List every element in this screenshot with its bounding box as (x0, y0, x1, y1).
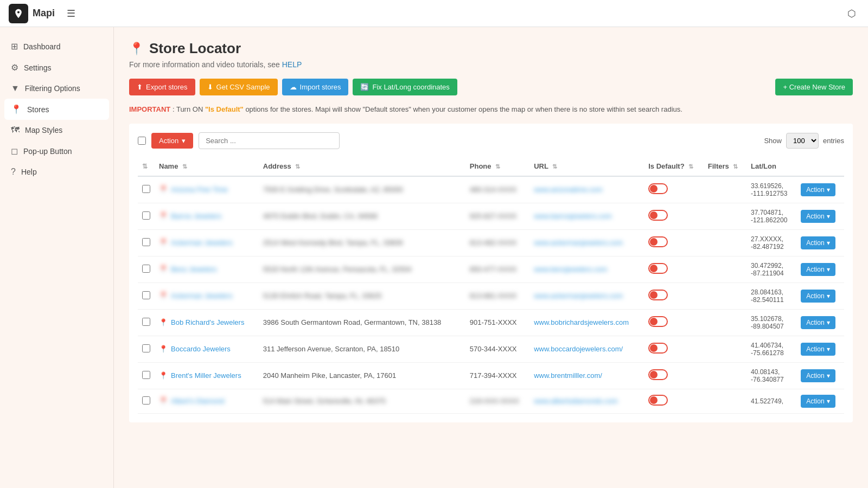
row-action-button-1[interactable]: Action ▾ (801, 210, 835, 223)
get-csv-button[interactable]: ⬇ Get CSV Sample (200, 79, 278, 95)
row-toggle-5[interactable] (648, 316, 668, 327)
row-action-cell-8: Action ▾ (796, 389, 844, 413)
row-isdefault-8[interactable] (644, 389, 704, 413)
search-input[interactable] (199, 132, 340, 149)
row-toggle-7[interactable] (648, 369, 668, 380)
row-filters-1 (704, 203, 746, 229)
top-nav: Mapi ☰ ⬡ (0, 0, 868, 27)
import-label: Import stores (300, 83, 341, 91)
sidebar-item-label: Pop-up Button (23, 147, 72, 156)
notice-message: : Turn ON (173, 105, 205, 113)
row-toggle-3[interactable] (648, 263, 668, 274)
row-checkbox-7[interactable] (142, 371, 150, 379)
row-toggle-6[interactable] (648, 343, 668, 354)
row-name-4: 📍 Ackerman Jewelers (155, 282, 259, 309)
help-link[interactable]: HELP (282, 60, 302, 69)
row-latlon-3: 30.472992,-87.211904 (746, 256, 796, 282)
row-isdefault-6[interactable] (644, 336, 704, 362)
row-action-button-5[interactable]: Action ▾ (801, 316, 835, 329)
row-isdefault-5[interactable] (644, 309, 704, 336)
row-checkbox-6[interactable] (142, 344, 150, 352)
row-name-8: 📍 Albert's Diamond (155, 389, 259, 413)
row-action-button-3[interactable]: Action ▾ (801, 263, 835, 276)
row-action-arrow-2: ▾ (827, 239, 830, 247)
row-checkbox-2[interactable] (142, 238, 150, 246)
row-action-cell-3: Action ▾ (796, 256, 844, 282)
row-isdefault-4[interactable] (644, 282, 704, 309)
row-latlon-0: 33.619526,-111.912753 (746, 176, 796, 203)
row-address-5: 3986 South Germantown Road, Germantown, … (259, 309, 465, 336)
row-checkbox-0[interactable] (142, 185, 150, 193)
row-action-button-8[interactable]: Action ▾ (801, 395, 835, 408)
row-filters-0 (704, 176, 746, 203)
row-address-4: 5130 Ehrlich Road, Tampa, FL, 33625 (259, 282, 465, 309)
row-toggle-4[interactable] (648, 290, 668, 300)
row-checkbox-1[interactable] (142, 211, 150, 220)
row-action-arrow-7: ▾ (827, 372, 830, 380)
sidebar-item-popup[interactable]: ◻ Pop-up Button (0, 140, 113, 162)
export-stores-button[interactable]: ⬆ Export stores (129, 79, 195, 95)
row-action-button-0[interactable]: Action ▾ (801, 183, 835, 196)
th-action (796, 157, 844, 176)
row-action-arrow-0: ▾ (827, 186, 830, 194)
sidebar-item-map-styles[interactable]: 🗺 Map Styles (0, 120, 113, 140)
table-row: 📍 Ackerman Jewelers 5130 Ehrlich Road, T… (138, 282, 844, 309)
important-text: IMPORTANT (129, 105, 170, 113)
row-phone-6: 570-344-XXXX (465, 336, 529, 362)
row-toggle-2[interactable] (648, 236, 668, 247)
top-nav-left: Mapi ☰ (9, 4, 79, 23)
row-isdefault-0[interactable] (644, 176, 704, 203)
row-latlon-1: 37.704871,-121.862200 (746, 203, 796, 229)
filters-sort-icon: ⇅ (733, 163, 738, 170)
import-stores-button[interactable]: ☁ Import stores (282, 79, 349, 95)
row-latlon-7: 40.08143,-76.340877 (746, 362, 796, 389)
row-action-button-2[interactable]: Action ▾ (801, 236, 835, 249)
fix-icon: 🔄 (360, 83, 369, 91)
sidebar-item-stores[interactable]: 📍 Stores (4, 99, 109, 120)
sidebar-item-help[interactable]: ? Help (0, 162, 113, 182)
row-isdefault-1[interactable] (644, 203, 704, 229)
row-filters-3 (704, 256, 746, 282)
row-toggle-8[interactable] (648, 395, 668, 406)
row-checkbox-8[interactable] (142, 396, 150, 404)
nav-icon-button[interactable]: ⬡ (844, 4, 859, 23)
row-url-7: www.brentmilller.com/ (529, 362, 644, 389)
th-filters: Filters ⇅ (704, 157, 746, 176)
row-checkbox-4[interactable] (142, 291, 150, 299)
sidebar-item-label: Settings (24, 63, 52, 72)
hamburger-button[interactable]: ☰ (63, 4, 79, 23)
select-all-checkbox[interactable] (138, 137, 146, 145)
row-checkbox-5[interactable] (142, 318, 150, 326)
sidebar-item-filtering[interactable]: ▼ Filtering Options (0, 78, 113, 99)
row-name-text-1: Barros Jewelers (171, 212, 221, 220)
row-isdefault-2[interactable] (644, 229, 704, 256)
row-action-button-6[interactable]: Action ▾ (801, 343, 835, 356)
row-address-6: 311 Jefferson Avenue, Scranton, PA, 1851… (259, 336, 465, 362)
row-action-arrow-6: ▾ (827, 345, 830, 353)
row-action-button-7[interactable]: Action ▾ (801, 369, 835, 382)
table-row: 📍 Bob Richard's Jewelers 3986 South Germ… (138, 309, 844, 336)
row-checkbox-3[interactable] (142, 265, 150, 273)
create-new-store-button[interactable]: + Create New Store (775, 79, 853, 95)
row-toggle-0[interactable] (648, 183, 668, 194)
table-body: 📍 Arizona Fine Time 7500 E Golding Drive… (138, 176, 844, 414)
show-select[interactable]: 100 25 50 (786, 133, 819, 149)
row-isdefault-3[interactable] (644, 256, 704, 282)
row-phone-5: 901-751-XXXX (465, 309, 529, 336)
url-sort-icon: ⇅ (552, 163, 557, 170)
row-action-arrow-1: ▾ (827, 213, 830, 220)
row-name-text-4: Ackerman Jewelers (171, 292, 232, 300)
important-notice: IMPORTANT : Turn ON "Is Default" options… (129, 104, 853, 115)
popup-icon: ◻ (11, 146, 18, 156)
th-address: Address ⇅ (259, 157, 465, 176)
row-latlon-4: 28.084163,-82.540111 (746, 282, 796, 309)
row-isdefault-7[interactable] (644, 362, 704, 389)
row-action-button-4[interactable]: Action ▾ (801, 290, 835, 303)
table-row: 📍 Barros Jewelers 4970 Dublin Blvd, Dubl… (138, 203, 844, 229)
row-name-6: 📍 Boccardo Jewelers (155, 336, 259, 362)
sidebar-item-settings[interactable]: ⚙ Settings (0, 57, 113, 78)
fix-latlong-button[interactable]: 🔄 Fix Lat/Long coordinates (353, 79, 457, 95)
action-dropdown-button[interactable]: Action ▾ (151, 133, 193, 149)
sidebar-item-dashboard[interactable]: ⊞ Dashboard (0, 36, 113, 57)
row-toggle-1[interactable] (648, 210, 668, 221)
